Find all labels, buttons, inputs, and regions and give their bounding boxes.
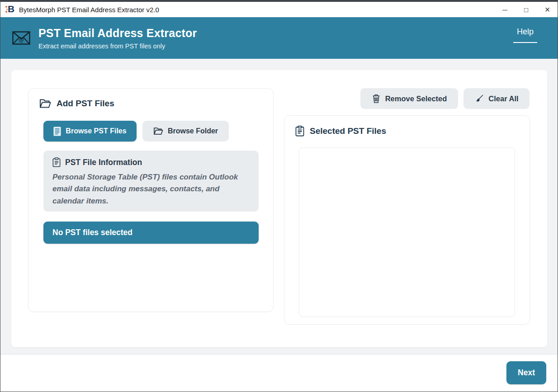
folder-icon <box>153 127 163 135</box>
info-box-body: Personal Storage Table (PST) files conta… <box>52 171 250 207</box>
app-header: @ PST Email Address Extractor Extract em… <box>0 17 558 59</box>
browse-folder-label: Browse Folder <box>168 127 218 135</box>
app-logo-icon: B <box>5 5 15 14</box>
background-window-edge <box>0 0 558 2</box>
minimize-button[interactable]: ─ <box>494 2 515 17</box>
window-controls: ─ □ × <box>494 2 558 17</box>
selected-pst-files-list[interactable] <box>299 147 515 317</box>
clear-all-label: Clear All <box>488 94 518 103</box>
footer: Next <box>0 354 558 392</box>
next-button[interactable]: Next <box>506 361 546 384</box>
browse-folder-button[interactable]: Browse Folder <box>142 121 229 142</box>
trash-icon <box>372 94 381 104</box>
maximize-button[interactable]: □ <box>515 2 537 17</box>
clipboard-icon <box>52 157 61 167</box>
document-icon <box>53 127 61 136</box>
envelope-at-icon: @ <box>12 31 30 45</box>
brush-icon <box>474 94 484 104</box>
browse-pst-files-button[interactable]: Browse PST Files <box>43 121 137 142</box>
page-subtitle: Extract email addresses from PST files o… <box>38 43 197 50</box>
pst-file-information-box: PST File Information Personal Storage Ta… <box>43 151 259 212</box>
info-box-title: PST File Information <box>65 158 142 167</box>
next-button-label: Next <box>518 368 535 378</box>
clipboard-icon <box>295 126 304 137</box>
selected-pst-files-panel: Selected PST Files <box>284 115 530 325</box>
selected-pst-files-title: Selected PST Files <box>310 126 386 136</box>
add-pst-files-title: Add PST Files <box>57 99 114 109</box>
svg-text:@: @ <box>19 37 24 43</box>
window-title: BytesMorph PST Email Address Extractor v… <box>19 6 159 14</box>
help-link[interactable]: Help <box>513 27 537 43</box>
status-banner-text: No PST files selected <box>52 228 132 237</box>
browse-pst-files-label: Browse PST Files <box>66 127 126 135</box>
clear-all-button[interactable]: Clear All <box>463 88 530 109</box>
status-banner: No PST files selected <box>43 222 259 244</box>
close-button[interactable]: × <box>537 2 558 17</box>
folder-open-icon <box>39 99 51 109</box>
remove-selected-button[interactable]: Remove Selected <box>360 88 458 109</box>
titlebar: B BytesMorph PST Email Address Extractor… <box>0 2 558 17</box>
remove-selected-label: Remove Selected <box>385 94 447 103</box>
page-title: PST Email Address Extractor <box>38 27 197 40</box>
